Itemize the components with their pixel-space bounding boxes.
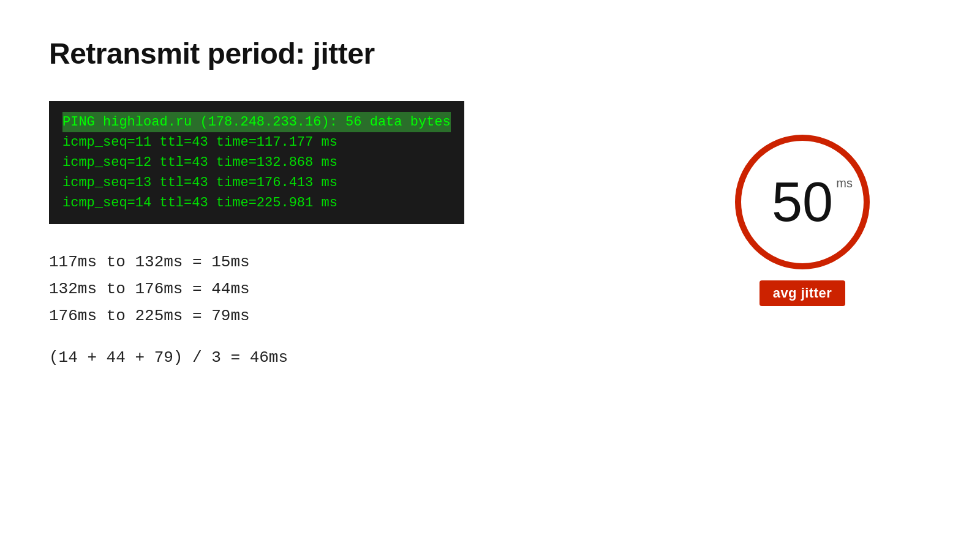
terminal-block: PING highload.ru (178.248.233.16): 56 da… [49, 101, 464, 224]
page-container: Retransmit period: jitter PING highload.… [0, 0, 980, 551]
terminal-line-3: icmp_seq=13 ttl=43 time=176.413 ms [62, 173, 451, 193]
terminal-line-1: icmp_seq=11 ttl=43 time=117.177 ms [62, 132, 451, 152]
gauge-value: 50 [772, 174, 833, 230]
terminal-line-2: icmp_seq=12 ttl=43 time=132.868 ms [62, 152, 451, 173]
gauge-label: avg jitter [760, 280, 846, 306]
gauge-container: 50 ms avg jitter [735, 135, 870, 306]
calc-line-2: 176ms to 225ms = 79ms [49, 302, 931, 329]
calc-summary: (14 + 44 + 79) / 3 = 46ms [49, 348, 931, 367]
gauge-circle: 50 ms [735, 135, 870, 269]
terminal-line-0: PING highload.ru (178.248.233.16): 56 da… [62, 112, 451, 132]
page-title: Retransmit period: jitter [49, 37, 931, 70]
terminal-line-4: icmp_seq=14 ttl=43 time=225.981 ms [62, 193, 451, 213]
gauge-unit: ms [836, 176, 853, 190]
